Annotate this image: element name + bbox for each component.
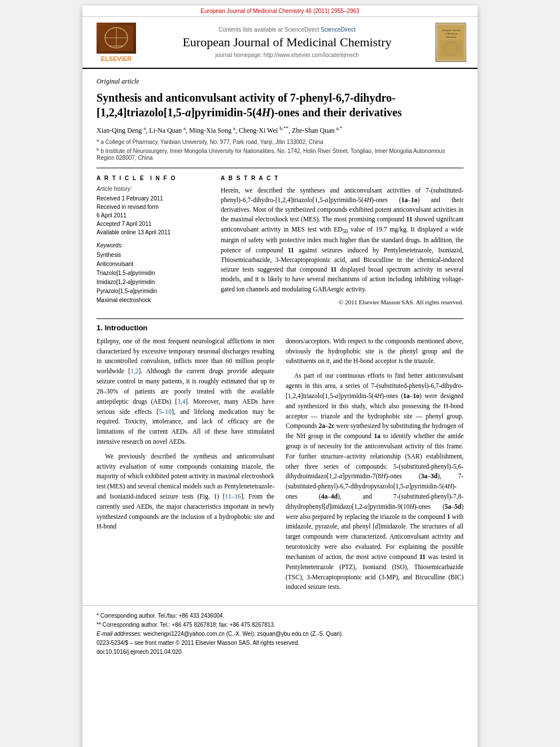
keyword-imidazo: Imidazo[1,2-a]pyrimidin bbox=[97, 278, 209, 287]
journal-citation-bar: European Journal of Medicinal Chemistry … bbox=[82, 6, 478, 17]
journal-header: ELSEVIER ELSEVIER Contents lists availab… bbox=[82, 17, 478, 69]
article-authors: Xian-Qing Deng a, Li-Na Quan a, Ming-Xia… bbox=[97, 125, 463, 135]
copyright: © 2011 Elsevier Masson SAS. All rights r… bbox=[221, 299, 463, 305]
keyword-triazolo: Triazolo[1,5-a]pyrimidin bbox=[97, 269, 209, 278]
svg-rect-10 bbox=[440, 40, 462, 57]
keywords-label: Keywords: bbox=[97, 242, 209, 248]
history-label: Article history: bbox=[97, 186, 209, 192]
svg-text:of Medicinal: of Medicinal bbox=[445, 32, 457, 35]
elsevier-logo-image: ELSEVIER bbox=[97, 23, 136, 54]
footnote-2: ** Corresponding author. Tel.: +86 475 8… bbox=[97, 621, 463, 630]
intro-para-2: We previously described the synthesis an… bbox=[97, 452, 274, 532]
science-direct-anchor[interactable]: ScienceDirect bbox=[321, 27, 356, 33]
journal-title: European Journal of Medicinal Chemistry bbox=[147, 35, 427, 50]
article-info-heading: A R T I C L E I N F O bbox=[97, 175, 209, 181]
article-info-abstract: A R T I C L E I N F O Article history: R… bbox=[97, 175, 463, 305]
keyword-synthesis: Synthesis bbox=[97, 251, 209, 260]
affiliation-a: a a College of Pharmacy, Yanbian Univers… bbox=[97, 138, 463, 145]
svg-text:European Journal: European Journal bbox=[442, 29, 460, 32]
date-accepted: Accepted 7 April 2011 bbox=[97, 220, 209, 228]
article-info-panel: A R T I C L E I N F O Article history: R… bbox=[97, 175, 209, 305]
date-received: Received 1 February 2011 bbox=[97, 194, 209, 203]
date-revised: 6 April 2011 bbox=[97, 211, 209, 220]
header-divider bbox=[97, 168, 463, 168]
article-body: 1. Introduction Epilepsy, one of the mos… bbox=[82, 324, 478, 597]
footnote-email: E-mail addresses: weichengxi1224@yahoo.c… bbox=[97, 630, 463, 639]
elsevier-brand-text: ELSEVIER bbox=[101, 55, 132, 62]
article-title: Synthesis and anticonvulsant activity of… bbox=[97, 90, 463, 120]
intro-heading-text: 1. Introduction bbox=[97, 324, 147, 332]
article-history: Article history: Received 1 February 201… bbox=[97, 186, 209, 237]
abstract-text: Herein, we described the syntheses and a… bbox=[221, 186, 463, 294]
article-type: Original article bbox=[97, 77, 463, 86]
intro-col-left: Epilepsy, one of the most frequent neuro… bbox=[97, 337, 274, 597]
journal-citation: European Journal of Medicinal Chemistry … bbox=[200, 8, 359, 14]
abstract-heading: A B S T R A C T bbox=[221, 175, 463, 181]
article-content: Original article Synthesis and anticonvu… bbox=[82, 69, 478, 314]
journal-cover-image: European Journal of Medicinal Chemistry bbox=[435, 23, 466, 62]
article-title-text: Synthesis and anticonvulsant activity of… bbox=[97, 91, 402, 119]
body-divider bbox=[97, 318, 463, 319]
svg-text:Chemistry: Chemistry bbox=[445, 36, 456, 38]
footnote-issn: 0223-5234/$ – see front matter © 2011 El… bbox=[97, 639, 463, 648]
affiliation-b: b b Institute of Neurosurgery, Inner Mon… bbox=[97, 147, 463, 160]
date-online: Available online 13 April 2011 bbox=[97, 228, 209, 237]
keyword-pyrazolo: Pyrazolo[1,5-a]pyrimidin bbox=[97, 287, 209, 296]
footnote-1: * Corresponding author. Tel./fax: +86 43… bbox=[97, 611, 463, 621]
journal-homepage: journal homepage: http://www.elsevier.co… bbox=[147, 52, 427, 58]
intro-para-1: Epilepsy, one of the most frequent neuro… bbox=[97, 337, 274, 447]
intro-body-columns: Epilepsy, one of the most frequent neuro… bbox=[97, 337, 463, 597]
abstract-panel: A B S T R A C T Herein, we described the… bbox=[221, 175, 463, 305]
intro-para-4: As part of our continuous efforts to fin… bbox=[286, 371, 463, 592]
intro-para-3: donors/acceptors. With respect to the co… bbox=[286, 337, 463, 366]
date-revised-label: Received in revised form bbox=[97, 203, 209, 211]
intro-col-right: donors/acceptors. With respect to the co… bbox=[286, 337, 463, 597]
footnotes: * Corresponding author. Tel./fax: +86 43… bbox=[82, 605, 478, 662]
svg-text:ELSEVIER: ELSEVIER bbox=[110, 45, 123, 47]
science-direct-link: Contents lists available at ScienceDirec… bbox=[147, 27, 427, 33]
elsevier-logo: ELSEVIER ELSEVIER bbox=[94, 23, 139, 62]
keyword-anticonvulsant: Anticonvulsant bbox=[97, 260, 209, 269]
footnote-doi: doi:10.1016/j.ejmech.2011.04.020 bbox=[97, 648, 463, 657]
keyword-electroshock: Maximal electroshock bbox=[97, 296, 209, 305]
page: European Journal of Medicinal Chemistry … bbox=[82, 6, 478, 747]
journal-center-header: Contents lists available at ScienceDirec… bbox=[139, 27, 435, 58]
intro-heading: 1. Introduction bbox=[97, 324, 463, 332]
